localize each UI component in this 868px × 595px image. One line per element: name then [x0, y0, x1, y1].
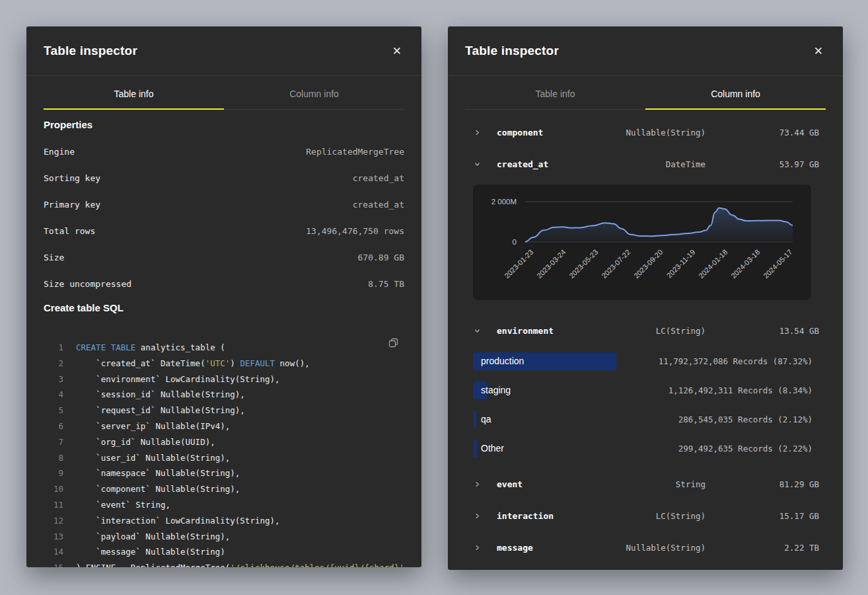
y-axis-tick-label: 2 000M	[491, 198, 517, 206]
sql-line-number: 15	[44, 560, 63, 567]
sql-line-code: `event` String,	[76, 497, 170, 513]
sql-line-number: 8	[44, 450, 63, 466]
sql-token: ) ENGINE = ReplicatedMergeTree(	[76, 563, 230, 567]
sql-line: 7 `org_id` Nullable(UUID),	[44, 434, 404, 450]
column-type: String	[573, 479, 705, 489]
sql-code-block: 1CREATE TABLE analytics_table (2 `create…	[44, 340, 404, 567]
sql-line: 2 `created_at` DateTime('UTC') DEFAULT n…	[44, 356, 404, 372]
sql-line-code: `org_id` Nullable(UUID),	[76, 434, 215, 450]
x-axis-tick-label: 2023-05-23	[567, 248, 599, 280]
sql-line: 1CREATE TABLE analytics_table (	[44, 340, 404, 356]
property-label: Total rows	[44, 226, 95, 236]
environment-value-label: staging	[473, 385, 511, 395]
sql-line-code: `environment` LowCardinality(String),	[76, 372, 280, 387]
sql-token: `component` Nullable(String),	[76, 484, 240, 494]
sql-token: analytics_table (	[135, 342, 225, 352]
property-label: Size	[44, 253, 64, 262]
sql-line-number: 4	[44, 387, 63, 403]
column-row-environment[interactable]: environmentLC(String)13.54 GB	[448, 315, 843, 346]
tab-table-info[interactable]: Table info	[44, 76, 224, 110]
tab-bar: Table info Column info	[44, 76, 404, 110]
property-value: created_at	[353, 173, 404, 183]
tab-bar: Table info Column info	[465, 76, 826, 110]
properties-list: EngineReplicatedMergeTreeSorting keycrea…	[44, 138, 404, 297]
distribution-bar-track: staging	[473, 381, 650, 399]
column-row-message[interactable]: messageNullable(String)2.22 TB	[448, 532, 843, 563]
property-label: Primary key	[44, 200, 100, 210]
tab-column-info[interactable]: Column info	[645, 76, 826, 110]
distribution-bar-track: qa	[473, 411, 650, 428]
property-label: Engine	[44, 147, 75, 157]
column-name: created_at	[497, 159, 573, 169]
property-value: created_at	[353, 200, 404, 210]
environment-value-count: 1,126,492,311 Records (8.34%)	[650, 385, 819, 395]
column-name: environment	[497, 326, 573, 336]
column-size: 2.22 TB	[705, 543, 819, 553]
x-axis-tick-label: 2024-05-17	[762, 248, 793, 280]
sql-token: `namespace` Nullable(String),	[76, 468, 240, 478]
sql-token: `created_at` DateTime(	[76, 358, 205, 368]
column-type: Nullable(String)	[573, 543, 705, 553]
environment-value-label: production	[473, 356, 524, 366]
environment-value-row: qa286,545,035 Records (2.12%)	[473, 405, 819, 434]
sql-line-number: 13	[44, 529, 63, 545]
chevron-right-icon	[474, 481, 481, 488]
property-row: EngineReplicatedMergeTree	[44, 138, 404, 165]
sql-token: `event` String,	[76, 500, 170, 510]
sql-token: `user_id` Nullable(String),	[76, 453, 230, 463]
distribution-bar-track: production	[473, 352, 650, 370]
properties-heading: Properties	[44, 119, 404, 130]
x-axis-tick-label: 2024-01-18	[697, 248, 729, 280]
environment-value-row: staging1,126,492,311 Records (8.34%)	[473, 376, 819, 405]
sql-line-number: 1	[44, 340, 63, 356]
column-name: message	[497, 543, 573, 553]
sql-line-number: 11	[44, 497, 63, 513]
environment-value-count: 299,492,635 Records (2.22%)	[650, 444, 819, 454]
sql-line: 5 `request_id` Nullable(String),	[44, 403, 404, 418]
x-axis-tick-label: 2024-03-18	[729, 248, 761, 280]
x-axis-tick-label: 2023-09-20	[632, 248, 664, 280]
sql-token: '/clickhouse/tables/{uuid}/{shard}'	[230, 563, 404, 567]
close-icon[interactable]: ✕	[388, 43, 406, 60]
property-row: Size uncompressed8.75 TB	[44, 270, 404, 297]
chevron-right-icon	[474, 544, 481, 551]
dialog-title: Table inspector	[44, 44, 137, 58]
tab-table-info[interactable]: Table info	[465, 76, 645, 110]
sql-token: now(),	[275, 358, 310, 368]
environment-value-label: qa	[473, 414, 491, 424]
property-label: Size uncompressed	[44, 279, 131, 289]
column-name: component	[497, 128, 573, 138]
sql-line-code: `request_id` Nullable(String),	[76, 403, 245, 418]
sql-line-number: 10	[44, 481, 63, 497]
sql-token: CREATE TABLE	[76, 342, 135, 352]
area-fill	[525, 208, 793, 243]
sql-token: )	[230, 358, 240, 368]
column-row-component[interactable]: componentNullable(String)73.44 GB	[448, 116, 843, 148]
column-size: 13.54 GB	[705, 326, 819, 336]
column-row-event[interactable]: eventString81.29 GB	[448, 468, 843, 500]
copy-icon[interactable]	[386, 336, 400, 352]
environment-value-row: Other299,492,635 Records (2.22%)	[473, 434, 819, 463]
column-size: 81.29 GB	[705, 479, 819, 489]
column-row-created_at[interactable]: created_atDateTime53.97 GB	[448, 148, 843, 180]
property-value: 670.89 GB	[358, 253, 404, 262]
table-inspector-dialog-column-info: Table inspector ✕ Table info Column info…	[448, 26, 843, 570]
column-row-interaction[interactable]: interactionLC(String)15.17 GB	[448, 500, 843, 532]
x-axis-tick-label: 2023-01-23	[503, 248, 534, 280]
sql-line-number: 6	[44, 418, 63, 434]
x-axis-tick-label: 2023-03-24	[535, 248, 567, 280]
column-size: 73.44 GB	[705, 128, 819, 138]
close-icon[interactable]: ✕	[810, 43, 827, 60]
sql-token: `message` Nullable(String)	[76, 547, 225, 557]
tab-column-info[interactable]: Column info	[224, 76, 404, 110]
column-type: Nullable(String)	[573, 128, 705, 138]
sql-line-code: `server_ip` Nullable(IPv4),	[76, 418, 230, 434]
sql-line: 6 `server_ip` Nullable(IPv4),	[44, 418, 404, 434]
column-type: LC(String)	[573, 326, 705, 336]
sql-line-number: 14	[44, 544, 63, 560]
sql-line: 14 `message` Nullable(String)	[44, 544, 404, 560]
column-name: event	[497, 479, 573, 489]
property-row: Sorting keycreated_at	[44, 165, 404, 191]
environment-value-row: production11,792,372,086 Records (87.32%…	[473, 346, 819, 376]
property-value: 8.75 TB	[368, 279, 404, 289]
